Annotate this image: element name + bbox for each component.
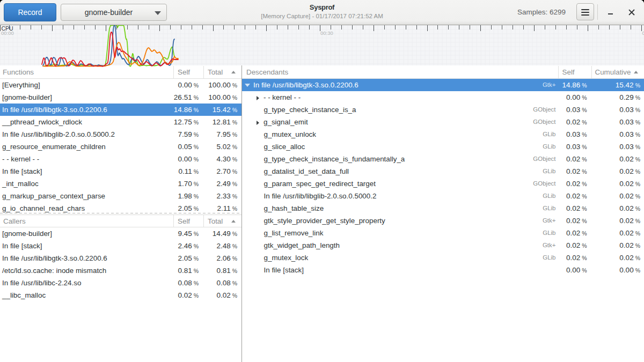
svg-text:00:30: 00:30	[320, 30, 333, 36]
svg-text:01:00: 01:00	[642, 30, 644, 36]
svg-text:00:00: 00:00	[1, 30, 14, 36]
